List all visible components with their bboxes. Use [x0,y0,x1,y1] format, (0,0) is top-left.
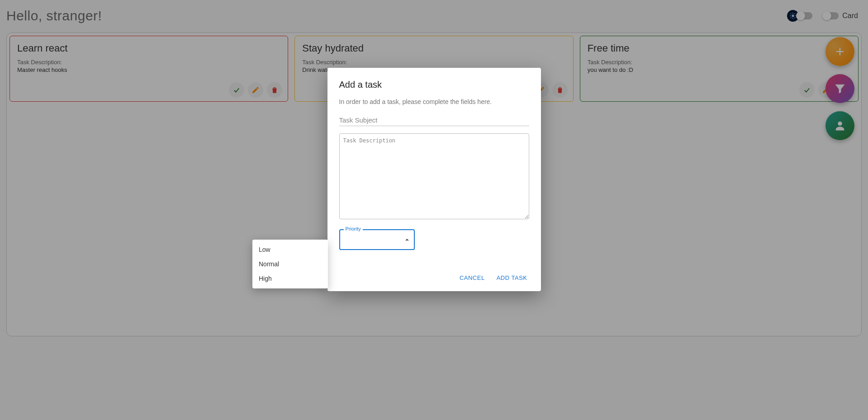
priority-select-box[interactable] [339,229,415,250]
add-task-dialog: Add a task In order to add a task, pleas… [327,68,541,291]
priority-option-normal[interactable]: Normal [252,257,328,271]
dialog-subtext: In order to add a task, please complete … [339,98,529,105]
priority-select-label: Priority [344,226,363,231]
priority-select[interactable]: Priority [339,229,415,250]
priority-option-high[interactable]: High [252,271,328,286]
dialog-actions: CANCEL ADD TASK [339,272,529,284]
task-description-textarea[interactable] [339,133,529,219]
priority-option-low[interactable]: Low [252,242,328,257]
task-subject-input[interactable] [339,114,529,126]
priority-dropdown: Low Normal High [252,240,328,288]
add-task-button[interactable]: ADD TASK [495,272,529,284]
dialog-title: Add a task [339,80,529,90]
cancel-button[interactable]: CANCEL [458,272,487,284]
caret-up-icon [405,237,409,242]
